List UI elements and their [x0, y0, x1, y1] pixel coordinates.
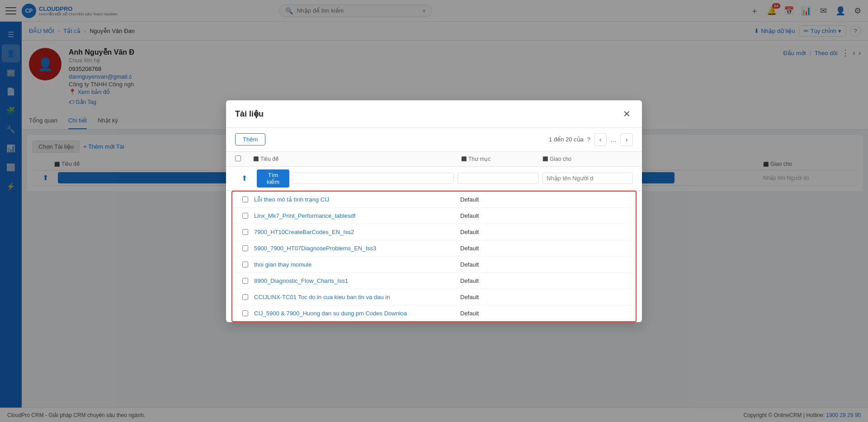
pagination-info: 1 đến 20 của ? ‹ … ›	[549, 133, 633, 146]
modal-table-body: Lỗi theo mô tả tình trạng CIJ Default Li…	[231, 191, 637, 322]
row-checkbox-7[interactable]	[236, 310, 254, 316]
modal-upload-icon[interactable]: ⬆	[241, 174, 247, 183]
row-title-3[interactable]: 5900_7900_HT07DiagnoseProblems_EN_Iss3	[254, 245, 460, 252]
row-folder-4: Default	[460, 261, 542, 268]
table-row: CIJ_5900 & 7900_Huong dan su dung pm Cod…	[232, 305, 636, 321]
row-title-2[interactable]: 7900_HT10CreateBarCodes_EN_Iss2	[254, 229, 460, 235]
modal-col-tieude: ⬛ Tiêu đề	[253, 155, 461, 163]
pagination-more[interactable]: …	[610, 136, 617, 143]
modal-close-button[interactable]: ✕	[620, 108, 633, 120]
row-folder-5: Default	[460, 277, 542, 284]
modal-giao-field	[542, 173, 633, 184]
table-row: 5900_7900_HT07DiagnoseProblems_EN_Iss3 D…	[232, 240, 636, 257]
modal-search-field[interactable]	[292, 173, 454, 184]
modal-col-check	[235, 155, 253, 163]
modal-toolbar: Thêm 1 đến 20 của ? ‹ … ›	[226, 128, 642, 152]
row-folder-2: Default	[460, 229, 542, 235]
row-folder-0: Default	[460, 196, 542, 203]
pagination-next[interactable]: ›	[620, 133, 633, 146]
select-all-checkbox[interactable]	[235, 155, 241, 161]
modal-header: Tài liệu ✕	[226, 100, 642, 128]
row-checkbox-3[interactable]	[236, 245, 254, 251]
modal-search-input-area: Tìm kiếm	[257, 169, 454, 188]
row-checkbox-2[interactable]	[236, 229, 254, 235]
modal-search-row: ⬆ Tìm kiếm	[226, 167, 642, 191]
modal-search-button[interactable]: Tìm kiếm	[257, 169, 289, 188]
pagination-prev[interactable]: ‹	[594, 133, 607, 146]
row-checkbox-5[interactable]	[236, 278, 254, 284]
modal-col-giao: ⬛ Giao cho	[542, 155, 633, 163]
row-title-7[interactable]: CIJ_5900 & 7900_Huong dan su dung pm Cod…	[254, 310, 460, 317]
row-checkbox-6[interactable]	[236, 294, 254, 300]
modal-title: Tài liệu	[235, 109, 264, 119]
row-title-6[interactable]: CCIJLINX-TC01 Toc do in cua kieu ban tin…	[254, 294, 460, 300]
modal-folder-input[interactable]	[458, 173, 539, 184]
row-checkbox-0[interactable]	[236, 197, 254, 202]
row-title-0[interactable]: Lỗi theo mô tả tình trạng CIJ	[254, 196, 460, 203]
table-row: thoi gian thay momule Default	[232, 257, 636, 273]
table-row: 8900_Diagnostic_Flow_Charts_Iss1 Default	[232, 273, 636, 289]
row-folder-3: Default	[460, 245, 542, 252]
table-row: 7900_HT10CreateBarCodes_EN_Iss2 Default	[232, 224, 636, 240]
tai-lieu-modal: Tài liệu ✕ Thêm 1 đến 20 của ? ‹ … › ⬛ T…	[226, 100, 642, 322]
table-row: Lỗi theo mô tả tình trạng CIJ Default	[232, 192, 636, 208]
row-checkbox-1[interactable]	[236, 213, 254, 219]
them-button[interactable]: Thêm	[235, 133, 265, 145]
row-title-1[interactable]: Linx_Mk7_Print_Performance_tablesdf	[254, 212, 460, 219]
row-checkbox-4[interactable]	[236, 262, 254, 267]
modal-giao-input[interactable]	[542, 173, 633, 184]
modal-table-header: ⬛ Tiêu đề ⬛ Thư mục ⬛ Giao cho	[226, 152, 642, 167]
row-folder-7: Default	[460, 310, 542, 317]
row-folder-6: Default	[460, 294, 542, 300]
modal-overlay: Tài liệu ✕ Thêm 1 đến 20 của ? ‹ … › ⬛ T…	[0, 0, 868, 422]
table-row: CCIJLINX-TC01 Toc do in cua kieu ban tin…	[232, 289, 636, 305]
row-title-5[interactable]: 8900_Diagnostic_Flow_Charts_Iss1	[254, 277, 460, 284]
row-title-4[interactable]: thoi gian thay momule	[254, 261, 460, 268]
modal-col-thuMuc: ⬛ Thư mục	[461, 155, 542, 163]
table-row: Linx_Mk7_Print_Performance_tablesdf Defa…	[232, 208, 636, 224]
row-folder-1: Default	[460, 212, 542, 219]
modal-folder-field	[458, 173, 539, 184]
